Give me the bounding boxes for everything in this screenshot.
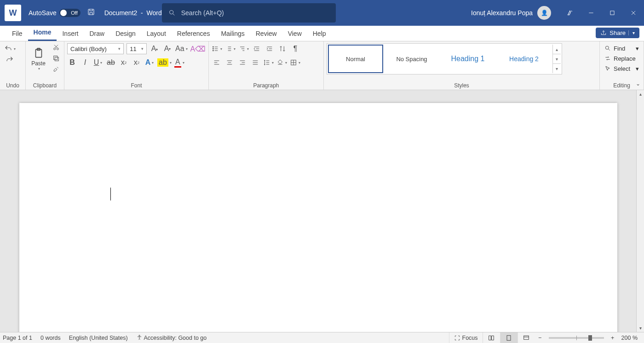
font-name-value: Calibri (Body)	[70, 46, 107, 52]
tab-insert[interactable]: Insert	[57, 27, 84, 41]
zoom-in-button[interactable]: +	[608, 332, 618, 343]
maximize-button[interactable]	[602, 0, 623, 26]
app-name: Word	[147, 9, 162, 17]
print-layout-button[interactable]	[500, 332, 518, 343]
close-button[interactable]	[623, 0, 644, 26]
align-left-button[interactable]	[212, 57, 222, 68]
svg-point-6	[57, 48, 58, 50]
autosave-state: Off	[71, 10, 77, 16]
autosave-toggle[interactable]: Off	[59, 9, 80, 17]
save-icon[interactable]	[87, 8, 95, 18]
zoom-out-button[interactable]: −	[535, 332, 545, 343]
style-normal[interactable]: Normal	[328, 45, 383, 73]
align-center-button[interactable]	[224, 57, 235, 68]
user-avatar[interactable]: 👤	[537, 6, 551, 20]
tab-design[interactable]: Design	[110, 27, 141, 41]
multilevel-list-button[interactable]: ▾	[238, 43, 249, 54]
zoom-level[interactable]: 200 %	[621, 335, 638, 341]
tab-review[interactable]: Review	[250, 27, 282, 41]
word-count[interactable]: 0 words	[40, 335, 61, 341]
find-icon	[604, 45, 611, 51]
paste-button[interactable]: Paste ▾	[29, 44, 48, 73]
zoom-thumb[interactable]	[588, 335, 592, 341]
font-size-combo[interactable]: 11▾	[126, 43, 147, 54]
superscript-button[interactable]: x2	[132, 57, 142, 68]
font-name-combo[interactable]: Calibri (Body)▾	[67, 43, 124, 54]
focus-label: Focus	[462, 335, 478, 341]
bullets-button[interactable]: ▾	[212, 43, 222, 54]
underline-button[interactable]: U▾	[93, 57, 103, 68]
styles-more-button[interactable]: ▾	[553, 64, 561, 73]
undo-button[interactable]: ▾	[3, 43, 17, 54]
svg-point-5	[54, 48, 56, 50]
collapse-ribbon-button[interactable]: ⌄	[636, 80, 640, 87]
tab-draw[interactable]: Draw	[84, 27, 110, 41]
bold-button[interactable]: B	[67, 57, 77, 68]
search-icon	[168, 9, 176, 17]
style-heading-2[interactable]: Heading 2	[496, 45, 552, 73]
italic-button[interactable]: I	[80, 57, 90, 68]
tab-view[interactable]: View	[282, 27, 307, 41]
style-no-spacing[interactable]: No Spacing	[384, 45, 439, 73]
format-painter-button[interactable]	[51, 64, 61, 75]
scroll-up-button[interactable]: ▴	[637, 90, 644, 98]
highlight-button[interactable]: ab▾	[157, 57, 172, 68]
select-button[interactable]: Select▾	[603, 63, 641, 74]
read-mode-button[interactable]	[483, 332, 500, 343]
numbering-button[interactable]: ▾	[225, 43, 236, 54]
group-undo: ▾ Undo	[0, 41, 26, 90]
accessibility-label: Accessibility: Good to go	[144, 335, 207, 341]
text-effects-button[interactable]: A▾	[144, 57, 155, 68]
line-spacing-button[interactable]: ▾	[263, 57, 274, 68]
redo-button[interactable]	[3, 54, 17, 65]
zoom-slider[interactable]	[549, 337, 604, 339]
justify-button[interactable]	[250, 57, 260, 68]
scroll-down-button[interactable]: ▾	[637, 324, 644, 332]
shading-button[interactable]: ▾	[276, 57, 287, 68]
decrease-indent-button[interactable]	[252, 43, 262, 54]
svg-point-11	[213, 50, 213, 51]
vertical-scrollbar[interactable]: ▴ ▾	[636, 90, 644, 332]
share-chevron-icon[interactable]: ▾	[628, 30, 635, 35]
sort-button[interactable]	[277, 43, 288, 54]
style-heading-1[interactable]: Heading 1	[440, 45, 495, 73]
tab-help[interactable]: Help	[307, 27, 332, 41]
show-marks-button[interactable]: ¶	[290, 43, 300, 54]
accessibility-status[interactable]: Accessibility: Good to go	[136, 334, 207, 341]
coming-soon-icon[interactable]	[559, 0, 581, 26]
grow-font-button[interactable]: A▴	[150, 43, 160, 54]
font-color-button[interactable]: A▾	[174, 57, 184, 68]
page-indicator[interactable]: Page 1 of 1	[3, 335, 32, 341]
copy-button[interactable]	[51, 53, 61, 64]
change-case-button[interactable]: Aa▾	[175, 43, 187, 54]
styles-up-button[interactable]: ▴	[553, 45, 561, 54]
minimize-button[interactable]	[581, 0, 602, 26]
share-button[interactable]: Share ▾	[596, 28, 639, 38]
language-indicator[interactable]: English (United States)	[69, 335, 128, 341]
strikethrough-button[interactable]: ab	[106, 57, 116, 68]
page[interactable]	[19, 103, 617, 332]
borders-button[interactable]: ▾	[290, 57, 300, 68]
subscript-button[interactable]: x2	[119, 57, 129, 68]
focus-mode-button[interactable]: Focus	[449, 332, 483, 343]
cut-button[interactable]	[51, 42, 61, 53]
shrink-font-button[interactable]: A▾	[162, 43, 172, 54]
tab-home[interactable]: Home	[28, 26, 57, 41]
tab-file[interactable]: File	[6, 27, 28, 41]
user-name[interactable]: Ionuț Alexandru Popa	[471, 9, 533, 17]
group-label-editing: Editing	[603, 81, 641, 90]
align-right-button[interactable]	[237, 57, 247, 68]
clear-formatting-button[interactable]: A⌫	[190, 43, 206, 54]
group-clipboard: Paste ▾ Clipboard	[26, 41, 64, 90]
find-button[interactable]: Find▾	[603, 43, 641, 53]
search-box[interactable]: Search (Alt+Q)	[162, 3, 336, 23]
tab-mailings[interactable]: Mailings	[215, 27, 250, 41]
web-layout-button[interactable]	[518, 332, 535, 343]
tab-references[interactable]: References	[172, 27, 216, 41]
svg-rect-0	[88, 9, 94, 15]
replace-button[interactable]: Replace	[603, 53, 641, 63]
increase-indent-button[interactable]	[264, 43, 275, 54]
styles-down-button[interactable]: ▾	[553, 54, 561, 64]
svg-point-13	[605, 46, 609, 49]
tab-layout[interactable]: Layout	[141, 27, 172, 41]
